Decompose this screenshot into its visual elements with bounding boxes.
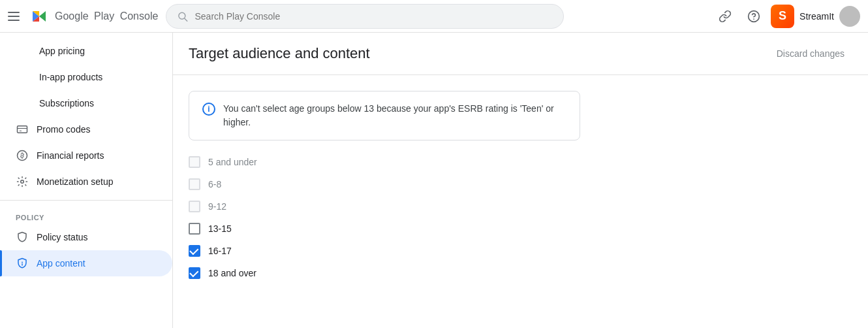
sidebar-item-in-app-products[interactable]: In-app products xyxy=(0,64,172,90)
checkbox-6-8[interactable] xyxy=(189,178,200,190)
link-icon-button[interactable] xyxy=(713,5,737,28)
sidebar-divider xyxy=(0,200,172,201)
content-area: i You can't select age groups below 13 b… xyxy=(173,75,868,295)
topbar-right: S StreamIt xyxy=(713,5,860,28)
sidebar-item-label: App content xyxy=(37,258,85,269)
menu-icon[interactable] xyxy=(8,8,23,24)
checkbox-5under[interactable] xyxy=(189,156,200,168)
svg-line-2 xyxy=(185,18,187,21)
search-bar[interactable] xyxy=(166,4,564,29)
page-header: Target audience and content Discard chan… xyxy=(173,33,868,75)
age-item-18over[interactable]: 18 and over xyxy=(189,267,852,279)
svg-point-4 xyxy=(753,18,754,20)
app-name-label[interactable]: StreamIt xyxy=(799,11,834,22)
svg-point-9 xyxy=(21,180,24,184)
sidebar-item-label: Promo codes xyxy=(37,124,90,135)
dollar-icon xyxy=(16,149,29,162)
topbar: Google Play Console S StreamIt xyxy=(0,0,868,33)
age-label-13-15: 13-15 xyxy=(208,223,232,234)
main-content: Target audience and content Discard chan… xyxy=(173,33,868,328)
age-item-5under[interactable]: 5 and under xyxy=(189,156,852,168)
sidebar-item-label: Subscriptions xyxy=(39,98,94,108)
logo-text: Google Play Console xyxy=(55,10,158,22)
search-icon xyxy=(177,10,188,22)
play-logo-icon xyxy=(29,6,50,27)
help-icon xyxy=(747,10,760,23)
link-icon xyxy=(719,10,732,23)
sidebar-item-label: In-app products xyxy=(39,72,102,82)
age-label-9-12: 9-12 xyxy=(208,201,226,212)
age-item-6-8[interactable]: 6-8 xyxy=(189,178,852,190)
info-text: You can't select age groups below 13 bec… xyxy=(223,102,566,129)
layout: App pricing In-app products Subscription… xyxy=(0,33,868,328)
help-icon-button[interactable] xyxy=(742,5,766,28)
sidebar-item-subscriptions[interactable]: Subscriptions xyxy=(0,90,172,116)
sidebar-item-app-content[interactable]: App content xyxy=(0,250,172,276)
age-label-5under: 5 and under xyxy=(208,157,257,167)
logo-area: Google Play Console xyxy=(8,6,158,27)
page-title: Target audience and content xyxy=(189,45,370,62)
age-label-18over: 18 and over xyxy=(208,268,256,278)
checkbox-13-15[interactable] xyxy=(189,223,200,235)
sidebar-item-label: Policy status xyxy=(37,232,88,242)
sidebar: App pricing In-app products Subscription… xyxy=(0,33,173,328)
sidebar-item-label: App pricing xyxy=(39,46,85,56)
sidebar-item-monetization-setup[interactable]: Monetization setup xyxy=(0,169,172,195)
age-item-13-15[interactable]: 13-15 xyxy=(189,223,852,235)
policy-section-label: Policy xyxy=(0,206,172,224)
age-label-6-8: 6-8 xyxy=(208,179,221,189)
info-box: i You can't select age groups below 13 b… xyxy=(189,91,580,140)
search-input[interactable] xyxy=(194,11,553,22)
sidebar-item-promo-codes[interactable]: Promo codes xyxy=(0,116,172,142)
age-item-9-12[interactable]: 9-12 xyxy=(189,201,852,212)
age-groups: 5 and under 6-8 9-12 13-15 16-17 xyxy=(189,156,852,279)
promo-icon xyxy=(16,123,29,136)
checkbox-16-17[interactable] xyxy=(189,245,200,257)
sidebar-item-label: Financial reports xyxy=(37,150,104,161)
info-shield-icon xyxy=(16,257,29,270)
sidebar-item-app-pricing[interactable]: App pricing xyxy=(0,38,172,64)
age-label-16-17: 16-17 xyxy=(208,246,232,256)
sidebar-item-label: Monetization setup xyxy=(37,176,114,187)
user-avatar[interactable] xyxy=(839,6,860,27)
age-item-16-17[interactable]: 16-17 xyxy=(189,245,852,257)
checkbox-18over[interactable] xyxy=(189,267,200,279)
gear-icon xyxy=(16,175,29,188)
svg-rect-5 xyxy=(18,126,27,133)
sidebar-item-policy-status[interactable]: Policy status xyxy=(0,224,172,250)
sidebar-item-financial-reports[interactable]: Financial reports xyxy=(0,142,172,169)
shield-icon xyxy=(16,231,29,244)
svg-point-10 xyxy=(22,262,23,263)
info-icon: i xyxy=(202,103,215,116)
checkbox-9-12[interactable] xyxy=(189,201,200,212)
app-icon[interactable]: S xyxy=(771,5,794,28)
discard-changes-button[interactable]: Discard changes xyxy=(769,43,852,64)
